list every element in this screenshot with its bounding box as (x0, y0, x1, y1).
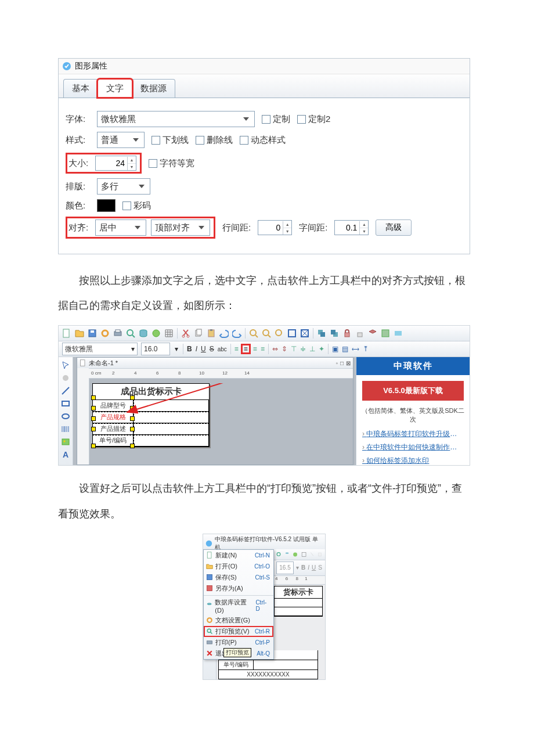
window-buttons[interactable]: ▫□⊠ (335, 360, 351, 366)
gear-icon[interactable] (100, 329, 110, 338)
align-h-select[interactable]: 居中 (95, 219, 146, 236)
chevron-down-icon[interactable]: ▾ (174, 345, 179, 353)
distribute-v-icon[interactable]: ⇕ (282, 345, 287, 353)
grid-icon[interactable] (301, 551, 306, 558)
checkbox-colorcode[interactable]: 彩码 (122, 200, 151, 211)
align-right-button[interactable]: ≡ (253, 345, 257, 353)
font-size-combo[interactable]: 16.0 (141, 343, 170, 355)
layer-icon[interactable] (368, 329, 377, 338)
size-input[interactable] (96, 157, 127, 170)
undo-icon[interactable] (219, 329, 229, 338)
font-name-combo[interactable]: 微软雅黑 ▾ (62, 343, 138, 355)
style-select[interactable]: 普通 (97, 132, 145, 148)
color-swatch[interactable] (97, 199, 116, 212)
spinner-arrows[interactable]: ▲▼ (283, 221, 291, 235)
zoom-fit-icon[interactable] (275, 329, 284, 338)
strike-button[interactable]: S (210, 345, 214, 353)
cell-code-value[interactable] (134, 435, 209, 447)
font-select[interactable]: 微软雅黑 (97, 111, 255, 127)
line-spacing-input[interactable] (258, 221, 283, 234)
flip-h-icon[interactable]: ⟷ (352, 346, 359, 352)
zoom-out-icon[interactable] (262, 329, 271, 338)
font-size-display[interactable]: 16.5 (276, 561, 294, 574)
cell-brand-value[interactable] (134, 400, 209, 412)
align-justify-button[interactable]: ≡ (261, 345, 265, 353)
bold-button[interactable]: B (301, 564, 305, 571)
italic-button[interactable]: I (196, 345, 197, 353)
checkbox-strike[interactable]: 删除线 (196, 135, 233, 146)
menu-item-save[interactable]: 保存(S)Ctrl-S (204, 572, 273, 583)
menu-item-db[interactable]: 数据库设置(D)Ctrl-D (204, 597, 273, 615)
menu-item-saveas[interactable]: 另存为(A) (204, 583, 273, 594)
redo-icon[interactable] (232, 329, 241, 338)
align-top-icon[interactable]: ⊤ (291, 345, 297, 353)
checkbox-underline[interactable]: 下划线 (151, 135, 189, 146)
pointer-tool-icon[interactable] (61, 361, 70, 370)
cell-spec-label[interactable]: 产品规格 (93, 412, 134, 423)
spinner-arrows[interactable]: ▲▼ (359, 221, 368, 235)
chevron-down-icon[interactable]: ▾ (296, 564, 299, 571)
grid-icon[interactable] (164, 329, 174, 338)
format-button[interactable]: abc (218, 346, 227, 352)
hand-tool-icon[interactable] (61, 373, 70, 383)
side-link[interactable]: 在中琅软件中如何快速制作流水 (362, 441, 464, 454)
fit-width-icon[interactable] (287, 329, 297, 338)
align-left-button[interactable]: ≡ (234, 345, 239, 353)
checkbox-custom1[interactable]: 定制 (262, 114, 290, 125)
menu-item-preview[interactable]: 打印预览(V)Ctrl-R (204, 626, 273, 637)
back-icon[interactable] (330, 329, 339, 338)
spinner-arrows[interactable]: ▲▼ (127, 157, 136, 170)
barcode-tool-icon[interactable] (61, 424, 70, 434)
cut-icon[interactable] (181, 329, 190, 338)
download-button[interactable]: V6.5.0最新版下载 (362, 381, 464, 401)
cut-icon[interactable] (309, 551, 315, 558)
strike-button[interactable]: S (318, 564, 322, 571)
menu-item-open[interactable]: 打开(O)Ctrl-O (204, 561, 273, 572)
group-icon[interactable]: ▣ (332, 345, 338, 353)
text-tool-icon[interactable]: A (63, 450, 68, 459)
tab-basic[interactable]: 基本 (63, 79, 98, 98)
side-link[interactable]: 中琅条码标签打印软件升级内容 (362, 427, 464, 441)
advanced-button[interactable]: 高级 (376, 219, 412, 236)
label-canvas[interactable]: 成品出货标示卡 品牌型号 产品规格 产品描述 单号/编码 (92, 383, 210, 447)
db-icon[interactable] (139, 329, 148, 338)
cell-brand-label[interactable]: 品牌型号 (93, 400, 134, 412)
db-icon[interactable] (284, 551, 290, 558)
lock-icon[interactable] (342, 329, 352, 338)
cell-desc-label[interactable]: 产品描述 (93, 423, 134, 435)
snap-icon[interactable] (381, 329, 390, 338)
new-icon[interactable] (62, 329, 71, 338)
print-icon[interactable] (113, 329, 122, 338)
checkbox-monospace[interactable]: 字符等宽 (149, 158, 194, 169)
center-icon[interactable]: ✦ (319, 345, 324, 353)
cell-spec-value[interactable] (134, 412, 209, 423)
menu-item-exit[interactable]: 退出Alt-Q 打印预览 (204, 648, 273, 659)
cell-code-label[interactable]: 单号/编码 (93, 435, 134, 447)
italic-button[interactable]: I (308, 564, 309, 571)
bold-button[interactable]: B (187, 345, 192, 353)
line-tool-icon[interactable] (61, 386, 70, 395)
globe-icon[interactable] (293, 551, 298, 558)
checkbox-dynamic[interactable]: 动态样式 (240, 135, 286, 146)
copy-icon[interactable] (194, 329, 203, 338)
underline-button[interactable]: U (201, 345, 206, 353)
align-v-select[interactable]: 顶部对齐 (151, 219, 210, 236)
unlock-icon[interactable] (355, 329, 365, 338)
copy-icon[interactable] (317, 551, 323, 558)
tab-datasource[interactable]: 数据源 (132, 79, 175, 98)
flip-v-icon[interactable]: ⤒ (363, 345, 369, 353)
char-spacing-spinner[interactable]: ▲▼ (334, 220, 369, 235)
distribute-h-icon[interactable]: ⇔ (272, 345, 278, 353)
paste-icon[interactable] (207, 329, 216, 338)
ungroup-icon[interactable]: ▤ (342, 345, 348, 353)
layout-select[interactable]: 多行 (97, 178, 150, 195)
image-tool-icon[interactable] (61, 437, 70, 447)
side-link[interactable]: 如何给标签添加水印 (362, 454, 464, 466)
char-spacing-input[interactable] (335, 221, 359, 234)
zoom-in-icon[interactable] (249, 329, 258, 338)
align-center-button[interactable]: ≡ (242, 345, 250, 353)
underline-button[interactable]: U (312, 564, 316, 571)
checkbox-custom2[interactable]: 定制2 (297, 114, 330, 125)
globe-icon[interactable] (151, 329, 161, 338)
tab-text[interactable]: 文字 (98, 79, 132, 98)
